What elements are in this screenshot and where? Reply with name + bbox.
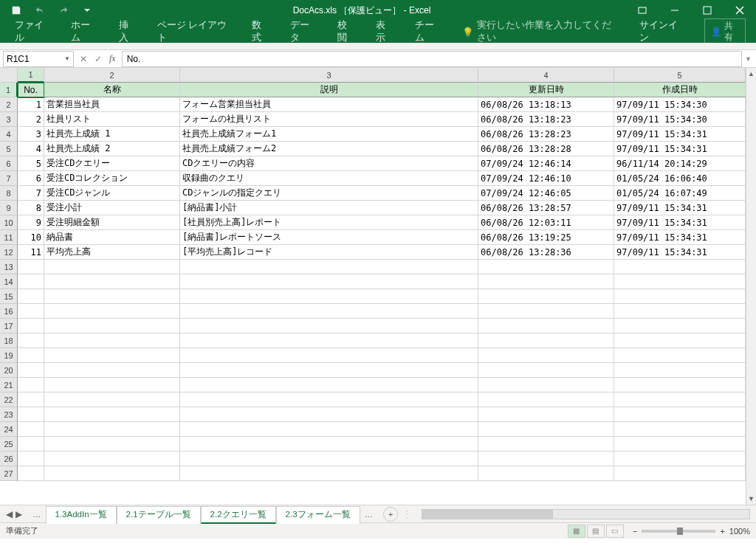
cell[interactable]: 作成日時 <box>614 83 746 97</box>
cell[interactable]: 説明 <box>180 83 478 97</box>
row-header[interactable]: 19 <box>0 348 18 363</box>
cell[interactable]: 6 <box>18 171 44 186</box>
row-header[interactable]: 26 <box>0 452 18 466</box>
cell[interactable] <box>614 452 746 466</box>
cell[interactable] <box>180 392 478 407</box>
row-header[interactable]: 12 <box>0 245 18 260</box>
name-box[interactable]: R1C1 ▼ <box>3 51 74 67</box>
cell[interactable] <box>18 378 44 392</box>
cell[interactable] <box>18 422 44 437</box>
ribbon-tab[interactable]: 校閲 <box>327 21 365 43</box>
cell[interactable] <box>18 348 44 363</box>
cell[interactable] <box>478 422 614 437</box>
cell[interactable]: 受注小計 <box>44 201 180 215</box>
cell[interactable] <box>18 260 44 274</box>
cell[interactable] <box>18 363 44 378</box>
cell[interactable]: 07/09/24 12:46:14 <box>478 156 614 171</box>
row-header[interactable]: 20 <box>0 363 18 378</box>
cell[interactable] <box>614 304 746 319</box>
sheet-tab[interactable]: 1.3AddIn一覧 <box>46 506 117 524</box>
cell[interactable]: 9 <box>18 215 44 230</box>
row-header[interactable]: 1 <box>0 83 18 97</box>
cell[interactable] <box>44 407 180 422</box>
cell[interactable]: [平均売上高]レコード <box>180 245 478 260</box>
cell[interactable]: 97/09/11 15:34:31 <box>614 142 746 156</box>
sheet-nav-prev[interactable]: ◀ <box>6 509 13 519</box>
cell[interactable] <box>614 378 746 392</box>
row-header[interactable]: 8 <box>0 186 18 201</box>
column-header[interactable]: 1 <box>18 68 44 83</box>
zoom-slider[interactable] <box>642 530 715 533</box>
cell[interactable]: 01/05/24 16:07:49 <box>614 186 746 201</box>
row-header[interactable]: 21 <box>0 378 18 392</box>
cell[interactable]: 5 <box>18 156 44 171</box>
cell[interactable]: No. <box>18 83 44 97</box>
cell[interactable]: 更新日時 <box>478 83 614 97</box>
row-header[interactable]: 9 <box>0 201 18 215</box>
cell[interactable] <box>44 452 180 466</box>
cell[interactable] <box>180 274 478 289</box>
cells-area[interactable]: No.名称説明更新日時作成日時1営業担当社員フォーム営業担当社員06/08/26… <box>18 83 746 505</box>
cell[interactable] <box>44 437 180 452</box>
row-header[interactable]: 16 <box>0 304 18 319</box>
cell[interactable]: 社員売上成績フォーム1 <box>180 127 478 142</box>
ribbon-tab[interactable]: ホーム <box>61 21 108 43</box>
row-header[interactable]: 5 <box>0 142 18 156</box>
row-header[interactable]: 23 <box>0 407 18 422</box>
column-header[interactable]: 2 <box>44 68 180 83</box>
row-header[interactable]: 18 <box>0 333 18 348</box>
cell[interactable] <box>180 452 478 466</box>
row-header[interactable]: 22 <box>0 392 18 407</box>
cell[interactable] <box>478 437 614 452</box>
row-header[interactable]: 7 <box>0 171 18 186</box>
cell[interactable] <box>614 363 746 378</box>
save-button[interactable] <box>6 1 27 19</box>
cell[interactable] <box>478 363 614 378</box>
page-break-view-button[interactable]: ▭ <box>606 525 624 538</box>
cell[interactable]: CDジャンルの指定クエリ <box>180 186 478 201</box>
maximize-button[interactable] <box>691 0 724 21</box>
cell[interactable] <box>614 422 746 437</box>
cell[interactable]: 社員リスト <box>44 112 180 127</box>
cell[interactable] <box>180 422 478 437</box>
cell[interactable]: 1 <box>18 97 44 112</box>
cell[interactable] <box>180 289 478 304</box>
file-tab[interactable]: ファイル <box>4 21 61 43</box>
share-button[interactable]: 👤共有 <box>694 21 756 43</box>
cell[interactable]: 11 <box>18 245 44 260</box>
cell[interactable] <box>44 392 180 407</box>
cell[interactable]: 10 <box>18 230 44 245</box>
cell[interactable] <box>18 304 44 319</box>
cell[interactable] <box>614 392 746 407</box>
cell[interactable]: 平均売上高 <box>44 245 180 260</box>
cell[interactable]: 06/08/26 13:28:36 <box>478 245 614 260</box>
cell[interactable] <box>180 348 478 363</box>
redo-button[interactable] <box>53 1 74 19</box>
cell[interactable]: 97/09/11 15:34:30 <box>614 97 746 112</box>
scroll-up-button[interactable]: ▲ <box>746 68 756 80</box>
cell[interactable]: 4 <box>18 142 44 156</box>
cell[interactable]: CDクエリーの内容 <box>180 156 478 171</box>
cell[interactable] <box>180 333 478 348</box>
cell[interactable]: 01/05/24 16:06:40 <box>614 171 746 186</box>
cell[interactable] <box>478 392 614 407</box>
cell[interactable] <box>614 348 746 363</box>
select-all-button[interactable] <box>0 68 18 83</box>
column-header[interactable]: 3 <box>180 68 478 83</box>
cell[interactable]: 06/08/26 12:03:11 <box>478 215 614 230</box>
row-header[interactable]: 15 <box>0 289 18 304</box>
cell[interactable]: 06/08/26 13:28:28 <box>478 142 614 156</box>
cell[interactable] <box>180 407 478 422</box>
formula-input[interactable] <box>122 51 742 67</box>
row-header[interactable]: 14 <box>0 274 18 289</box>
cell[interactable] <box>44 289 180 304</box>
cell[interactable]: 06/08/26 13:18:13 <box>478 97 614 112</box>
cell[interactable]: 06/08/26 13:19:25 <box>478 230 614 245</box>
cell[interactable]: 97/09/11 15:34:30 <box>614 112 746 127</box>
vertical-scrollbar[interactable]: ▲ ▼ <box>746 68 756 505</box>
cell[interactable] <box>180 260 478 274</box>
cell[interactable]: 受注明細金額 <box>44 215 180 230</box>
row-header[interactable]: 4 <box>0 127 18 142</box>
cell[interactable] <box>614 333 746 348</box>
cell[interactable] <box>18 452 44 466</box>
